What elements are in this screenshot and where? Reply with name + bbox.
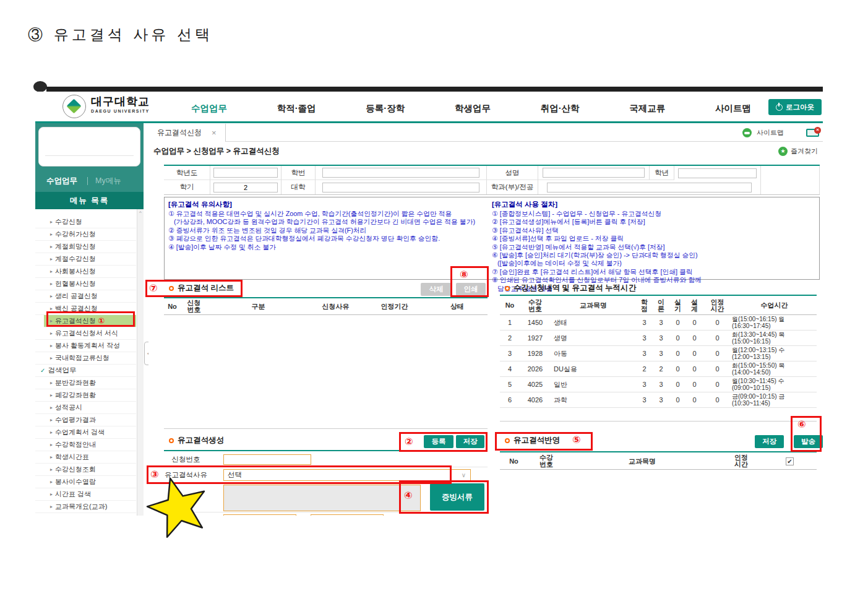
print-button[interactable]: 인쇄 — [456, 283, 486, 296]
table-cell: 월(15:00~16:15) 월(16:30~17:45) — [732, 315, 817, 330]
sidebar-item[interactable]: ▸교과목개요(교과) — [35, 501, 136, 513]
login-info-box — [38, 127, 140, 166]
grade-cell — [674, 166, 761, 180]
sidebar-item[interactable]: ▸계절수강신청 — [35, 253, 136, 266]
menu-arrow-icon: ▸ — [50, 343, 53, 348]
nav-item-7[interactable]: 사이트맵 — [715, 103, 751, 115]
table-cell: 4 — [500, 361, 520, 376]
column-header: 수강 번호 — [520, 296, 551, 315]
menu-scrollbar[interactable]: ^ — [137, 209, 144, 516]
sidebar-item[interactable]: ▸수업계획서 검색 — [35, 426, 136, 439]
sidebar-item[interactable]: ▸봉사 활동계획서 작성 — [35, 340, 136, 352]
sidebar-item[interactable]: ▸헌혈봉사신청 — [35, 278, 136, 290]
end-date-input[interactable]: ⊞ — [311, 514, 384, 516]
menu-arrow-icon: ▸ — [50, 318, 53, 324]
sidebar-item[interactable]: ▸폐강강좌현황 — [35, 389, 136, 402]
college-input[interactable] — [322, 183, 479, 192]
nav-item-4[interactable]: 학생업무 — [455, 103, 491, 115]
calendar-icon[interactable]: ⊞ — [288, 516, 294, 516]
notice-line: ④ [발송]이후 날짜 수정 및 취소 불가 — [168, 243, 492, 251]
reason-textarea[interactable] — [223, 485, 421, 511]
request-no-input[interactable] — [223, 454, 311, 465]
sidebar-item[interactable]: ▸학생시간표 — [35, 451, 136, 464]
sidebar-item-label: 사회봉사신청 — [55, 267, 96, 276]
table-row[interactable]: 54025일반33000월(10:30~11:45) 수(09:00~10:15… — [500, 377, 817, 392]
breadcrumb: 수업업무 > 신청업무 > 유고결석신청 — [153, 146, 280, 157]
calendar-icon[interactable]: ⊞ — [376, 516, 381, 516]
sidebar-item-label: 검색업무 — [48, 366, 76, 375]
nav-item-1[interactable]: 수업업무 — [191, 103, 227, 115]
nav-item-6[interactable]: 국제교류 — [629, 103, 665, 115]
student-no-input[interactable] — [322, 168, 479, 178]
sidebar-item[interactable]: ▸생리 공결신청 — [35, 290, 136, 303]
sidebar-item[interactable]: ▸국내학점교류신청 — [35, 352, 136, 365]
sidebar-item[interactable]: ▸수강허가신청 — [35, 228, 136, 241]
sidebar-item[interactable]: ▸수강학점안내 — [35, 439, 136, 451]
reason-type-select[interactable]: 선택 ∨ — [223, 469, 471, 481]
favorites-button[interactable]: ★ 즐겨찾기 — [778, 147, 818, 156]
table-cell: 3 — [653, 331, 669, 345]
university-logo[interactable]: 대구대학교 DAEGU UNIVERSITY — [91, 96, 150, 113]
table-cell: 0 — [703, 377, 732, 392]
sidebar-item[interactable]: ✓검색업무 — [35, 365, 136, 377]
sidebar-item[interactable]: ▸성적공시 — [35, 402, 136, 414]
sidebar-item-label: 교과목개요(교과) — [55, 502, 107, 511]
save-button[interactable]: 저장 — [456, 435, 484, 448]
attachment-button[interactable]: 증빙서류 — [430, 483, 484, 511]
table-row[interactable]: 64026과학33000금(09:00~10:15) 금(10:30~11:45… — [500, 392, 817, 408]
chevron-down-icon: ∨ — [462, 472, 466, 478]
close-all-tabs-icon[interactable]: × — [806, 129, 819, 137]
name-input[interactable] — [543, 168, 645, 178]
column-header: 구분 — [207, 298, 309, 315]
notice-line: ② 증빙서류가 위조 또는 변조된 것일 경우 해당 교과목 실격(F)처리 — [168, 227, 492, 235]
register-button[interactable]: 등록 — [424, 435, 453, 448]
sidebar-item[interactable]: ▸시간표 검색 — [35, 488, 136, 501]
sidebar-item[interactable]: ▸분반강좌현황 — [35, 377, 136, 389]
major-input[interactable] — [547, 183, 751, 192]
table-row[interactable]: 21927생명33000화(13:30~14:45) 목(15:00~16:15… — [500, 331, 817, 346]
sitemap-icon[interactable] — [742, 128, 752, 137]
sidebar-item[interactable]: ▸유고결석신청서 서식 — [35, 327, 136, 340]
delete-button[interactable]: 삭제 — [421, 283, 452, 296]
grade-input[interactable] — [678, 168, 757, 178]
send-button[interactable]: 발송 — [794, 435, 823, 448]
header-divider — [35, 121, 823, 123]
sidebar-item-active[interactable]: ▸유고결석신청① — [44, 315, 136, 327]
sidebar-item-label: 봉사 활동계획서 작성 — [55, 341, 120, 350]
sidebar-item[interactable]: ▸수강신청조회 — [35, 464, 136, 476]
sidebar-item[interactable]: ▸수강신청 — [35, 216, 136, 228]
table-cell: 0 — [669, 392, 686, 407]
sidebar-item-label: 시간표 검색 — [55, 490, 91, 499]
sidebar-tab-classwork[interactable]: 수업업무 — [46, 176, 77, 186]
sidebar-item[interactable]: ▸사회봉사신청 — [35, 266, 136, 278]
university-logo-icon[interactable] — [62, 95, 86, 118]
semester-input[interactable] — [213, 183, 278, 192]
start-date-input[interactable]: ⊞ — [223, 514, 296, 516]
notice-line: ⑥ [발송]후 [승인]처리 대기(학과(부)장 승인) -> 단과대학 행정실… — [492, 251, 815, 259]
sidebar-item-label: 수업평가결과 — [55, 415, 96, 425]
sidebar-item[interactable]: ▸봉사이수열람 — [35, 476, 136, 488]
column-header: 교과목명 — [565, 453, 720, 470]
sidebar-tab-mymenu[interactable]: My메뉴 — [95, 176, 121, 186]
table-row[interactable]: 11450생태33000월(15:00~16:15) 월(16:30~17:45… — [500, 315, 817, 331]
form-spacer — [761, 180, 820, 194]
bullet-icon — [505, 438, 510, 443]
nav-item-3[interactable]: 등록·장학 — [366, 103, 405, 115]
tab-close-icon[interactable]: × — [212, 128, 217, 137]
sidebar-item[interactable]: ▸계절희망신청 — [35, 241, 136, 253]
logout-button[interactable]: 로그아웃 — [768, 99, 822, 115]
nav-item-2[interactable]: 학적·졸업 — [277, 103, 316, 115]
request-no-label: 신청번호 — [164, 455, 208, 464]
table-row[interactable]: 31928아동33000월(12:00~13:15) 수(12:00~13:15… — [500, 346, 817, 361]
table-row[interactable]: 42026DU실용22000화(15:00~15:50) 목(14:00~14:… — [500, 361, 817, 377]
year-input[interactable] — [213, 168, 278, 178]
table-cell: 화(13:30~14:45) 목(15:00~16:15) — [732, 331, 817, 345]
select-all-checkbox[interactable]: ✔ — [786, 457, 794, 465]
sidebar-item-label: 분반강좌현황 — [55, 378, 96, 387]
nav-item-5[interactable]: 취업·산학 — [541, 103, 580, 115]
sidebar-item[interactable]: ▸백신 공결신청 — [35, 303, 136, 315]
table-cell: 0 — [686, 361, 703, 376]
sidebar-item[interactable]: ▸수업평가결과 — [35, 414, 136, 426]
apply-save-button[interactable]: 저장 — [755, 435, 784, 448]
tab-absence-request[interactable]: 유고결석신청 × — [148, 124, 226, 142]
